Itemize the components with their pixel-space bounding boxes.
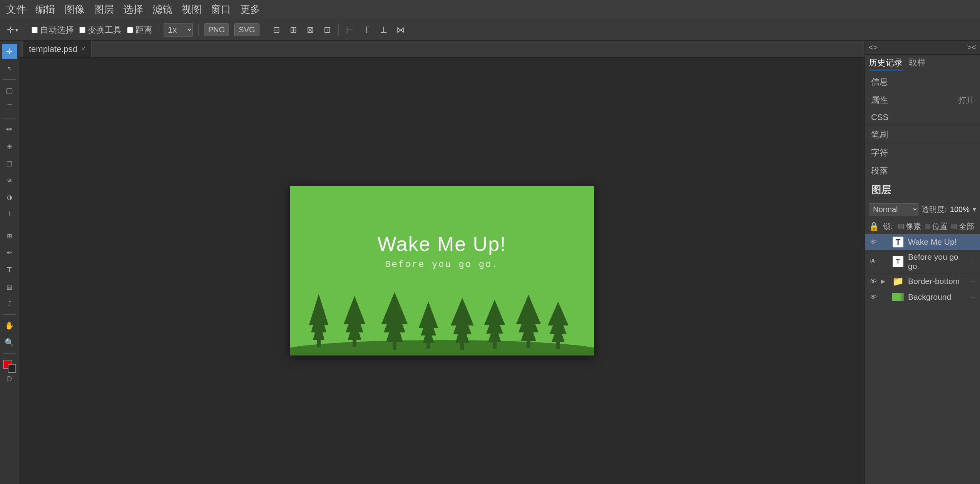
menu-item-filter[interactable]: 滤镜 xyxy=(152,3,172,16)
brush-tool[interactable]: ✏ xyxy=(2,122,17,137)
left-sep-5 xyxy=(3,353,16,354)
svg-marker-23 xyxy=(484,300,505,325)
layer-item-before[interactable]: 👁 T Before you go go. ··· xyxy=(865,250,980,274)
zoom-icon: 🔍 xyxy=(5,338,14,347)
default-colors-label[interactable]: D xyxy=(7,375,12,383)
svg-marker-15 xyxy=(419,302,438,328)
distance-checkbox[interactable]: 距离 xyxy=(127,24,152,36)
panel-nav-left[interactable]: <> xyxy=(869,43,878,52)
align-left-icon[interactable]: ⊟ xyxy=(271,24,282,36)
move-tool-btn[interactable]: ✛ ▾ xyxy=(5,23,20,37)
path-select-tool[interactable]: ⤴ xyxy=(2,296,17,311)
align-center-icon[interactable]: ⊞ xyxy=(288,24,299,36)
opacity-label: 透明度: xyxy=(921,204,947,215)
menu-item-file[interactable]: 文件 xyxy=(6,3,26,16)
layer-name-wake: Wake Me Up! xyxy=(908,237,967,247)
svg-rect-8 xyxy=(353,339,356,347)
panel-properties-row[interactable]: 属性 打开 xyxy=(865,91,980,109)
menu-item-view[interactable]: 视图 xyxy=(182,3,202,16)
menu-item-more[interactable]: 更多 xyxy=(240,3,260,16)
lock-all-option[interactable]: 全部 xyxy=(952,221,974,232)
lock-pixels-checkbox[interactable] xyxy=(898,224,904,229)
panel-brush-row[interactable]: 笔刷 xyxy=(865,126,980,144)
rect-select-tool[interactable]: ▢ xyxy=(2,83,17,98)
lock-pixels-option[interactable]: 像素 xyxy=(898,221,921,232)
auto-select-input[interactable] xyxy=(32,27,38,33)
opacity-dropdown-icon[interactable]: ▾ xyxy=(973,205,976,214)
panel-css-row[interactable]: CSS xyxy=(865,109,980,126)
main-area: ✛ ↖ ▢ ⌒ ✏ ⊕ ◻ ≋ ◑ ⌇ ⊞ xyxy=(0,41,980,484)
menu-item-window[interactable]: 窗口 xyxy=(211,3,231,16)
layer-eye-before[interactable]: 👁 xyxy=(869,257,878,266)
align-distribute-icon[interactable]: ⊡ xyxy=(321,24,333,36)
folder-icon: 📁 xyxy=(892,276,904,287)
zoom-tool[interactable]: 🔍 xyxy=(2,335,17,350)
dodge-icon: ◑ xyxy=(7,194,12,201)
transform-tool-input[interactable] xyxy=(79,27,85,33)
layer-item-border[interactable]: 👁 ▶ 📁 Border-bottom ··· xyxy=(865,274,980,289)
eraser-tool[interactable]: ◻ xyxy=(2,155,17,171)
panel-info-row[interactable]: 信息 xyxy=(865,73,980,91)
menu-item-image[interactable]: 图像 xyxy=(65,3,85,16)
tab-sample[interactable]: 取样 xyxy=(909,57,926,70)
background-color[interactable] xyxy=(8,364,16,373)
canvas-area: template.psd × Wake Me Up! Before you go… xyxy=(19,41,865,484)
move-tool[interactable]: ✛ xyxy=(2,44,17,59)
svg-rect-32 xyxy=(556,341,560,349)
panel-paragraph-row[interactable]: 段落 xyxy=(865,162,980,180)
zoom-select[interactable]: 0.5x 1x 2x 4x xyxy=(164,23,193,37)
layer-thumb-bg xyxy=(891,292,905,302)
align-right-icon[interactable]: ⊠ xyxy=(304,24,316,36)
tab-template-psd[interactable]: template.psd × xyxy=(22,41,92,57)
menu-item-layer[interactable]: 图层 xyxy=(94,3,114,16)
color-swatch[interactable] xyxy=(3,360,16,373)
align-bottom-icon[interactable]: ⊥ xyxy=(378,24,390,36)
dodge-tool[interactable]: ◑ xyxy=(2,189,17,205)
toolbar-sep-4 xyxy=(265,24,265,36)
crop-tool[interactable]: ⊞ xyxy=(2,228,17,244)
menu-item-edit[interactable]: 编辑 xyxy=(35,3,55,16)
menu-item-select[interactable]: 选择 xyxy=(123,3,143,16)
layer-item-background[interactable]: 👁 Background ··· xyxy=(865,289,980,305)
canvas-content[interactable]: Wake Me Up! Before you go go. xyxy=(19,58,865,484)
tab-history[interactable]: 历史记录 xyxy=(869,57,903,70)
layer-eye-border[interactable]: 👁 xyxy=(869,277,878,286)
auto-select-checkbox[interactable]: 自动选择 xyxy=(32,24,74,36)
align-v-icon[interactable]: ⊢ xyxy=(344,24,356,36)
lasso-icon: ⌒ xyxy=(6,103,13,112)
format-svg-button[interactable]: SVG xyxy=(234,23,259,36)
hand-tool[interactable]: ✋ xyxy=(2,318,17,333)
eraser-icon: ◻ xyxy=(6,159,13,168)
tab-bar: template.psd × xyxy=(19,41,865,58)
layer-expand-border[interactable]: ▶ xyxy=(881,278,888,284)
format-png-button[interactable]: PNG xyxy=(204,23,229,36)
left-sep-2 xyxy=(3,118,16,118)
layer-eye-bg[interactable]: 👁 xyxy=(869,292,878,302)
blend-mode-select[interactable]: Normal Multiply Screen Overlay xyxy=(869,203,918,215)
panel-nav-right[interactable]: >< xyxy=(967,43,976,52)
lock-position-checkbox[interactable] xyxy=(925,224,930,229)
eyedropper-tool[interactable]: ⌇ xyxy=(2,206,17,222)
gradient-tool[interactable]: ▤ xyxy=(2,279,17,294)
panel-character-row[interactable]: 字符 xyxy=(865,144,980,162)
layer-item-wake[interactable]: 👁 T Wake Me Up! ··· xyxy=(865,234,980,250)
transform-tool-checkbox[interactable]: 变换工具 xyxy=(79,24,122,36)
rect-select-icon: ▢ xyxy=(6,86,13,95)
arrow-tool[interactable]: ↖ xyxy=(2,61,17,76)
distance-input[interactable] xyxy=(127,27,133,33)
tab-close-button[interactable]: × xyxy=(81,45,85,53)
lasso-tool[interactable]: ⌒ xyxy=(2,100,17,115)
right-panel: <> >< 历史记录 取样 信息 属性 打开 CSS 笔刷 字符 段落 图层 xyxy=(865,41,980,484)
lock-position-option[interactable]: 位置 xyxy=(925,221,948,232)
lock-pixels-label: 像素 xyxy=(906,221,921,232)
stamp-tool[interactable]: ⊕ xyxy=(2,139,17,154)
pen-tool[interactable]: ✒ xyxy=(2,245,17,260)
align-all-icon[interactable]: ⋈ xyxy=(395,24,406,36)
lock-all-checkbox[interactable] xyxy=(952,224,957,229)
css-label: CSS xyxy=(871,112,974,122)
align-h-icon[interactable]: ⊤ xyxy=(361,24,373,36)
smudge-tool[interactable]: ≋ xyxy=(2,172,17,188)
text-tool[interactable]: T xyxy=(2,262,17,277)
layer-eye-wake[interactable]: 👁 xyxy=(869,237,878,247)
paragraph-label: 段落 xyxy=(871,165,974,177)
